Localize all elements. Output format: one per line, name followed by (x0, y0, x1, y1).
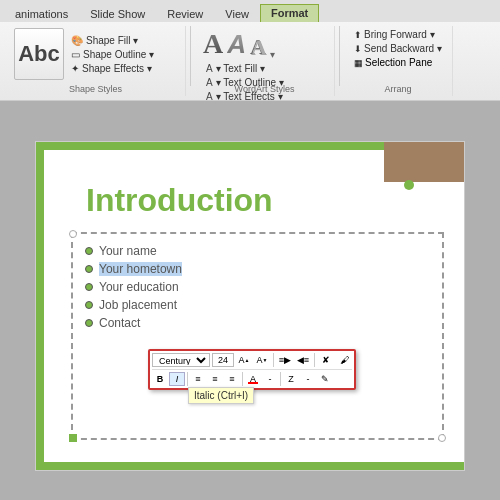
bold-button[interactable]: B (152, 372, 168, 386)
slide-area: Introduction Your name Your hometown You… (0, 101, 500, 500)
group-arrange: ⬆ Bring Forward ▾ ⬇ Send Backward ▾ ▦ Se… (344, 26, 453, 96)
bullet-dot (85, 283, 93, 291)
slide-border-bottom (36, 462, 464, 470)
selection-pane-icon: ▦ (354, 58, 363, 68)
mini-toolbar-top-row: Century A▲ A▼ ≡▶ ◀≡ ✘ 🖌 (152, 353, 352, 370)
shape-group-top: Abc 🎨 Shape Fill ▾ ▭ Shape Outline ▾ ✦ S… (14, 28, 157, 80)
arrange-buttons: ⬆ Bring Forward ▾ ⬇ Send Backward ▾ ▦ Se… (352, 28, 444, 69)
align-center-button[interactable]: ≡ (207, 372, 223, 386)
shape-effects-button[interactable]: ✦ Shape Effects ▾ (68, 62, 157, 75)
list-item[interactable]: Your education (85, 278, 434, 296)
wordart-a2[interactable]: A (227, 29, 246, 60)
tab-animations[interactable]: animations (4, 5, 79, 22)
slide-border-left (36, 142, 44, 470)
selection-handle-title (404, 180, 414, 190)
tab-slideshow[interactable]: Slide Show (79, 5, 156, 22)
divider-1 (190, 26, 191, 86)
wordart-a3[interactable]: A (250, 34, 266, 60)
bullet-dot (85, 265, 93, 273)
slide: Introduction Your name Your hometown You… (35, 141, 465, 471)
separator (280, 372, 281, 386)
group-shape-styles: Abc 🎨 Shape Fill ▾ ▭ Shape Outline ▾ ✦ S… (6, 26, 186, 96)
wordart-a1[interactable]: A (203, 28, 223, 60)
ribbon-groups: Abc 🎨 Shape Fill ▾ ▭ Shape Outline ▾ ✦ S… (0, 22, 500, 100)
quick-style-button[interactable]: Z (283, 372, 299, 386)
list-item[interactable]: Your name (85, 242, 434, 260)
bullet-text-4: Job placement (99, 298, 177, 312)
handle-bottom-left (69, 434, 77, 442)
shrink-font-button[interactable]: A▼ (254, 353, 270, 367)
bullet-text-5: Contact (99, 316, 140, 330)
separator (314, 353, 315, 367)
slide-title[interactable]: Introduction (86, 182, 273, 219)
more-button[interactable]: - (300, 372, 316, 386)
handle-bottom-right (438, 434, 446, 442)
mini-toolbar: Century A▲ A▼ ≡▶ ◀≡ ✘ 🖌 B I ≡ (148, 349, 356, 390)
bullet-dot (85, 301, 93, 309)
tooltip: Italic (Ctrl+I) (188, 387, 254, 404)
selection-pane-button[interactable]: ▦ Selection Pane (352, 56, 444, 69)
text-effect-buttons: A ▾ Text Fill ▾ A ▾ Text Outline ▾ A ▾ T… (203, 62, 287, 103)
font-size-input[interactable] (212, 353, 234, 367)
increase-list-level-button[interactable]: ≡▶ (277, 353, 293, 367)
list-item[interactable]: Your hometown (85, 260, 434, 278)
bullet-dot (85, 247, 93, 255)
decrease-list-level-button[interactable]: ◀≡ (295, 353, 311, 367)
list-item[interactable]: Job placement (85, 296, 434, 314)
textbox[interactable]: Your name Your hometown Your education J… (71, 232, 444, 440)
format-painter-button[interactable]: 🖌 (336, 353, 352, 367)
shape-outline-button[interactable]: ▭ Shape Outline ▾ (68, 48, 157, 61)
italic-button[interactable]: I (169, 372, 185, 386)
bring-forward-button[interactable]: ⬆ Bring Forward ▾ (352, 28, 444, 41)
effects-icon: ✦ (71, 63, 79, 74)
ribbon: animations Slide Show Review View Format… (0, 0, 500, 101)
shape-styles-label: Shape Styles (6, 84, 185, 94)
send-backward-icon: ⬇ (354, 44, 362, 54)
ribbon-tab-bar: animations Slide Show Review View Format (0, 0, 500, 22)
list-item[interactable]: Contact (85, 314, 434, 332)
wordart-styles-label: WordArt Styles (195, 84, 334, 94)
text-highlight-button[interactable]: - (262, 372, 278, 386)
pencil-button[interactable]: ✎ (317, 372, 333, 386)
font-color-button[interactable]: A (245, 372, 261, 386)
shape-buttons: 🎨 Shape Fill ▾ ▭ Shape Outline ▾ ✦ Shape… (68, 34, 157, 75)
abc-button[interactable]: Abc (14, 28, 64, 80)
outline-icon: ▭ (71, 49, 80, 60)
bullet-list: Your name Your hometown Your education J… (73, 234, 442, 340)
shape-fill-button[interactable]: 🎨 Shape Fill ▾ (68, 34, 157, 47)
mini-toolbar-bottom-row: B I ≡ ≡ ≡ A - Z - ✎ (152, 372, 352, 386)
handle-top-left (69, 230, 77, 238)
text-fill-button[interactable]: A ▾ Text Fill ▾ (203, 62, 287, 75)
paint-fill-icon: 🎨 (71, 35, 83, 46)
bullet-text-3: Your education (99, 280, 179, 294)
brown-shape (384, 142, 464, 182)
bullet-dot (85, 319, 93, 327)
align-right-button[interactable]: ≡ (224, 372, 240, 386)
separator (187, 372, 188, 386)
separator (242, 372, 243, 386)
text-fill-icon: A (206, 63, 213, 74)
send-backward-button[interactable]: ⬇ Send Backward ▾ (352, 42, 444, 55)
wordart-more-button[interactable]: ▾ (270, 49, 275, 60)
font-name-select[interactable]: Century (152, 353, 210, 367)
group-wordart-styles: A A A ▾ A ▾ Text Fill ▾ A ▾ Text Outline… (195, 26, 335, 96)
tab-view[interactable]: View (214, 5, 260, 22)
tab-format[interactable]: Format (260, 4, 319, 22)
bring-forward-icon: ⬆ (354, 30, 362, 40)
divider-2 (339, 26, 340, 86)
clear-formatting-button[interactable]: ✘ (318, 353, 334, 367)
bullet-text-2: Your hometown (99, 262, 182, 276)
grow-font-button[interactable]: A▲ (236, 353, 252, 367)
tab-review[interactable]: Review (156, 5, 214, 22)
wordart-letters: A A A ▾ (203, 28, 275, 60)
arrange-label: Arrang (344, 84, 452, 94)
align-left-button[interactable]: ≡ (190, 372, 206, 386)
separator (273, 353, 274, 367)
bullet-text-1: Your name (99, 244, 157, 258)
